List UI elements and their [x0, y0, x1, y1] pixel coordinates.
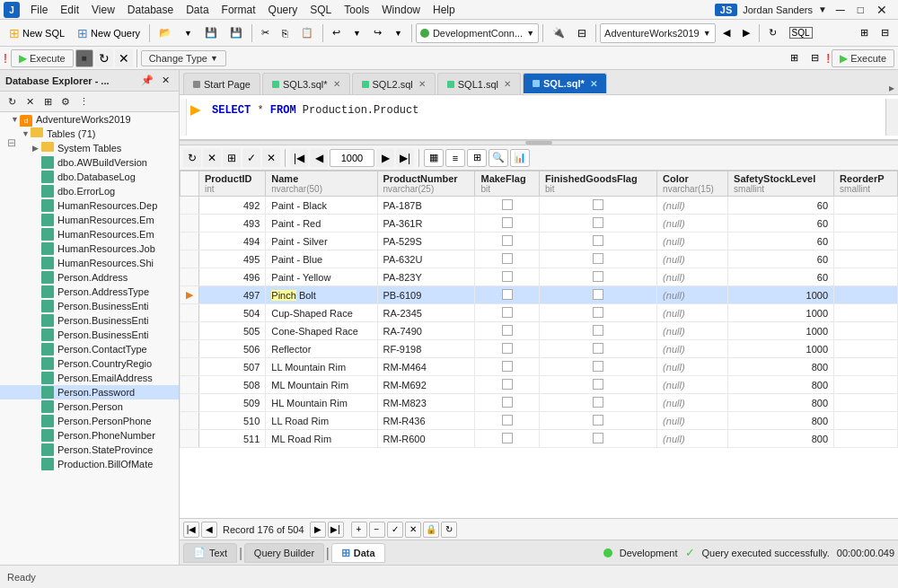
tree-item-16[interactable]: Person.EmailAddress [0, 371, 179, 385]
table-row[interactable]: 508ML Mountain RimRM-M692(null)800 [180, 376, 898, 394]
table-row[interactable]: ▶497Pinch BoltPB-6109(null)1000 [180, 286, 898, 304]
refresh-btn[interactable]: ↻ [763, 24, 782, 41]
cut-btn[interactable]: ✂ [256, 24, 275, 41]
checkbox-make[interactable] [502, 361, 513, 372]
sql-scrollbar[interactable] [885, 99, 898, 136]
checkbox-finished[interactable] [593, 343, 603, 354]
connection-dropdown[interactable]: DevelopmentConn... ▼ [416, 23, 539, 43]
maximize-btn[interactable]: □ [854, 4, 867, 16]
open-btn[interactable]: 📂 [154, 24, 177, 41]
table-row[interactable]: 511ML Road RimRM-R600(null)800 [180, 430, 898, 448]
tree-item-10[interactable]: Person.AddressType [0, 285, 179, 299]
tree-item-3[interactable]: dbo.ErrorLog [0, 184, 179, 198]
table-row[interactable]: 505Cone-Shaped RaceRA-7490(null)1000 [180, 322, 898, 340]
tree-item-18[interactable]: Person.Person [0, 399, 179, 414]
undo-btn[interactable]: ↩ [327, 24, 346, 41]
db-props-btn[interactable]: ⚙ [57, 93, 74, 110]
checkbox-make[interactable] [502, 379, 513, 390]
view-search-btn[interactable]: 🔍 [489, 149, 508, 167]
checkbox-make[interactable] [502, 307, 513, 318]
tab-close-2[interactable]: ✕ [418, 79, 426, 89]
save-all-btn[interactable]: 💾 [224, 24, 248, 41]
bottom-tab-querybuilder[interactable]: Query Builder [244, 543, 324, 563]
view-grid-btn[interactable]: ▦ [424, 149, 444, 167]
results-nav-prev[interactable]: ◀ [310, 149, 328, 167]
right-toolbar-btn1[interactable]: ⊞ [855, 24, 874, 41]
redo-btn[interactable]: ↪ [368, 24, 387, 41]
tree-item-7[interactable]: HumanResources.Job [0, 241, 179, 256]
checkbox-finished[interactable] [593, 361, 603, 372]
col-header-reorderp[interactable]: ReorderP smallint [834, 171, 898, 197]
table-row[interactable]: 509HL Mountain RimRM-M823(null)800 [180, 394, 898, 412]
checkbox-finished[interactable] [593, 289, 603, 300]
tab-sql3[interactable]: SQL3.sql* ✕ [262, 73, 350, 94]
tab-close-1[interactable]: ✕ [333, 79, 340, 89]
execute-button-2[interactable]: ▶ Execute [832, 49, 894, 67]
menu-sql[interactable]: SQL [304, 2, 337, 18]
table-row[interactable]: 492Paint - BlackPA-187B(null)60 [180, 197, 898, 215]
checkbox-finished[interactable] [593, 217, 603, 228]
table-row[interactable]: 494Paint - SilverPA-529S(null)60 [180, 233, 898, 250]
nav-prev-btn[interactable]: ◀ [201, 522, 217, 538]
nav-add-btn[interactable]: + [351, 522, 367, 538]
minimize-btn[interactable]: ─ [832, 3, 849, 17]
checkbox-make[interactable] [502, 217, 513, 228]
db-arrow1[interactable]: ◀ [718, 24, 735, 41]
tab-sql-active[interactable]: SQL.sql* ✕ [523, 73, 607, 94]
tree-item-1[interactable]: dbo.AWBuildVersion [0, 155, 179, 170]
menu-view[interactable]: View [86, 2, 120, 18]
menu-format[interactable]: Format [216, 2, 261, 18]
copy-btn[interactable]: ⎘ [277, 25, 294, 41]
tree-item-5[interactable]: HumanResources.Em [0, 213, 179, 227]
close-btn[interactable]: ✕ [873, 3, 891, 17]
tab-sql1[interactable]: SQL1.sql ✕ [437, 73, 521, 94]
tree-item-14[interactable]: Person.ContactType [0, 342, 179, 356]
cancel-exec-btn[interactable]: ✕ [115, 49, 133, 67]
toolbar2-icon1[interactable]: ⊞ [785, 49, 804, 66]
tree-item-6[interactable]: HumanResources.Em [0, 227, 179, 241]
open-dropdown[interactable]: ▼ [179, 26, 198, 40]
checkbox-finished[interactable] [593, 199, 603, 210]
nav-refresh-row-btn[interactable]: ↻ [441, 522, 457, 538]
tree-root[interactable]: ▼ d AdventureWorks2019 [0, 112, 179, 127]
checkbox-make[interactable] [502, 397, 513, 408]
checkbox-finished[interactable] [593, 397, 603, 408]
table-row[interactable]: 493Paint - RedPA-361R(null)60 [180, 215, 898, 233]
checkbox-make[interactable] [502, 235, 513, 246]
nav-checkmark-btn[interactable]: ✓ [387, 522, 403, 538]
nav-last-btn[interactable]: ▶| [328, 522, 344, 538]
col-header-name[interactable]: Name nvarchar(50) [266, 171, 377, 197]
results-check-btn[interactable]: ✓ [242, 149, 260, 167]
checkbox-make[interactable] [502, 433, 513, 443]
tree-item-12[interactable]: Person.BusinessEnti [0, 313, 179, 328]
sql-mode-btn[interactable]: SQL [784, 24, 818, 41]
paste-btn[interactable]: 📋 [295, 24, 319, 41]
table-row[interactable]: 495Paint - BluePA-632U(null)60 [180, 250, 898, 268]
redo-dropdown[interactable]: ▼ [389, 26, 408, 40]
db-remove-btn[interactable]: ✕ [22, 93, 38, 110]
col-header-color[interactable]: Color nvarchar(15) [657, 171, 728, 197]
tree-item-4[interactable]: HumanResources.Dep [0, 198, 179, 213]
stop-button[interactable] [75, 49, 93, 67]
checkbox-make[interactable] [502, 415, 513, 426]
table-row[interactable]: 506ReflectorRF-9198(null)1000 [180, 340, 898, 358]
menu-file[interactable]: File [25, 2, 53, 18]
tab-close-3[interactable]: ✕ [504, 79, 511, 89]
checkbox-finished[interactable] [593, 433, 603, 443]
menu-query[interactable]: Query [263, 2, 304, 18]
tree-tables[interactable]: ▼ Tables (71) [0, 127, 179, 141]
tree-item-17[interactable]: Person.Password [0, 385, 179, 399]
results-nav-first[interactable]: |◀ [290, 149, 308, 167]
user-dropdown-arrow[interactable]: ▼ [818, 4, 827, 14]
bottom-tab-text[interactable]: 📄 Text [183, 543, 237, 563]
tree-item-15[interactable]: Person.CountryRegio [0, 356, 179, 371]
col-header-productid[interactable]: ProductID int [199, 171, 266, 197]
save-btn[interactable]: 💾 [199, 24, 223, 41]
results-nav-next[interactable]: ▶ [376, 149, 394, 167]
execute-button[interactable]: ▶ Execute [11, 49, 74, 67]
menu-edit[interactable]: Edit [55, 2, 84, 18]
change-type-button[interactable]: Change Type ▼ [141, 50, 226, 66]
tree-item-2[interactable]: dbo.DatabaseLog [0, 170, 179, 184]
refresh-exec-btn[interactable]: ↻ [95, 49, 113, 67]
results-stop-btn[interactable]: ✕ [203, 149, 221, 167]
